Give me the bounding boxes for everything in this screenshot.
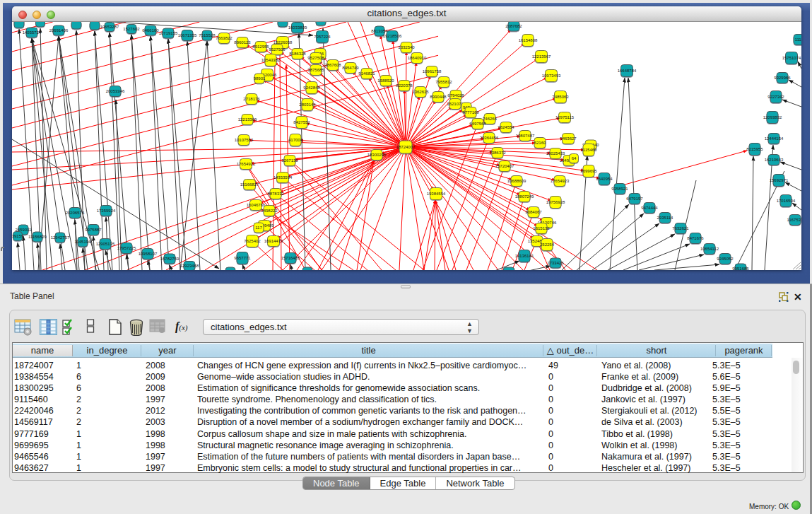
svg-text:10025433: 10025433: [546, 151, 565, 156]
svg-text:64: 64: [572, 156, 577, 160]
svg-text:17359924: 17359924: [97, 209, 116, 213]
svg-text:9975887: 9975887: [85, 228, 102, 232]
svg-text:20691406: 20691406: [49, 28, 69, 33]
svg-text:3498222: 3498222: [261, 209, 278, 213]
svg-text:9777169: 9777169: [462, 110, 479, 115]
svg-text:18640910: 18640910: [408, 56, 427, 60]
svg-text:1332540: 1332540: [398, 45, 415, 49]
svg-text:9474444: 9474444: [641, 206, 658, 210]
svg-text:252254: 252254: [540, 243, 555, 247]
svg-text:10973493: 10973493: [542, 74, 561, 78]
svg-text:1527602: 1527602: [123, 27, 140, 31]
svg-text:17654923: 17654923: [551, 179, 570, 183]
svg-text:98901: 98901: [254, 76, 266, 81]
svg-text:3875685: 3875685: [307, 68, 324, 72]
svg-text:6466160: 6466160: [142, 28, 159, 33]
svg-text:14055724: 14055724: [23, 30, 42, 35]
svg-text:7955812: 7955812: [435, 80, 452, 84]
svg-text:7663822: 7663822: [216, 36, 233, 40]
svg-text:20364456: 20364456: [480, 136, 499, 140]
svg-text:17654922: 17654922: [237, 162, 256, 166]
svg-text:18300295: 18300295: [367, 153, 387, 157]
svg-text:18724007: 18724007: [396, 145, 416, 149]
svg-text:3267130: 3267130: [281, 158, 298, 163]
svg-text:12444154: 12444154: [765, 136, 784, 141]
svg-text:15166827: 15166827: [240, 182, 259, 187]
svg-text:1615132: 1615132: [533, 226, 550, 230]
svg-text:8427552: 8427552: [293, 120, 310, 124]
svg-text:10961758: 10961758: [423, 69, 442, 74]
svg-text:9657771: 9657771: [234, 256, 251, 260]
svg-text:9146821: 9146821: [358, 71, 375, 76]
svg-text:20206576: 20206576: [66, 211, 85, 215]
svg-text:9527508: 9527508: [307, 56, 324, 60]
svg-text:16782759: 16782759: [160, 257, 180, 261]
svg-text:8990448: 8990448: [430, 95, 447, 99]
svg-text:2087682: 2087682: [505, 24, 522, 28]
svg-text:15751074: 15751074: [782, 56, 801, 60]
svg-text:10688609: 10688609: [507, 179, 526, 183]
svg-text:2803144: 2803144: [299, 103, 316, 107]
svg-text:15720407: 15720407: [495, 164, 514, 168]
svg-text:9527506: 9527506: [269, 47, 286, 52]
svg-text:19384554: 19384554: [427, 192, 446, 196]
svg-text:7632621: 7632621: [672, 226, 689, 230]
svg-text:8186328: 8186328: [289, 52, 306, 56]
svg-text:9084067: 9084067: [525, 210, 542, 214]
svg-text:12213967: 12213967: [532, 54, 551, 59]
svg-text:20053346: 20053346: [106, 89, 125, 93]
svg-text:19756928: 19756928: [546, 200, 565, 204]
svg-text:18807249: 18807249: [515, 194, 534, 199]
svg-text:39159: 39159: [12, 234, 24, 238]
svg-text:10653287: 10653287: [100, 25, 119, 29]
svg-text:417004: 417004: [288, 138, 303, 142]
svg-text:6794028: 6794028: [447, 93, 464, 98]
svg-text:12942757: 12942757: [51, 235, 70, 240]
svg-text:1640954: 1640954: [596, 177, 613, 181]
svg-text:11156829: 11156829: [28, 235, 47, 239]
svg-text:8878332: 8878332: [267, 192, 284, 196]
svg-text:15692971: 15692971: [770, 178, 789, 182]
svg-text:8960123: 8960123: [234, 40, 251, 45]
svg-text:7625402: 7625402: [244, 239, 261, 243]
svg-text:12905135: 12905135: [96, 242, 115, 246]
svg-text:6479197: 6479197: [626, 197, 643, 201]
svg-text:16046766: 16046766: [247, 203, 266, 207]
svg-text:1733426: 1733426: [547, 261, 564, 265]
svg-text:8454749: 8454749: [342, 66, 359, 70]
svg-text:9463627: 9463627: [560, 136, 577, 141]
svg-text:14136141: 14136141: [515, 254, 534, 258]
svg-text:16914479: 16914479: [264, 239, 283, 243]
svg-text:8215955: 8215955: [746, 147, 763, 151]
svg-text:10958107: 10958107: [139, 252, 158, 256]
svg-text:6497568: 6497568: [469, 122, 486, 126]
svg-text:15716485: 15716485: [281, 256, 300, 260]
svg-text:10807487: 10807487: [516, 134, 535, 138]
svg-text:1167533: 1167533: [787, 218, 801, 222]
svg-text:16033809: 16033809: [288, 25, 307, 30]
svg-text:14353594: 14353594: [273, 175, 293, 180]
svg-text:7515528: 7515528: [199, 33, 216, 37]
svg-text:9329966: 9329966: [774, 76, 791, 80]
svg-text:2867608: 2867608: [324, 63, 341, 67]
svg-text:12093832: 12093832: [763, 115, 782, 119]
svg-text:10107554: 10107554: [235, 138, 254, 142]
svg-text:1112: 1112: [795, 37, 801, 42]
svg-text:16210643: 16210643: [765, 158, 784, 162]
svg-text:16648784: 16648784: [618, 69, 637, 73]
svg-text:746266: 746266: [483, 117, 498, 121]
svg-text:3624554: 3624554: [498, 125, 514, 129]
svg-text:9699695: 9699695: [580, 169, 597, 173]
svg-text:8912955: 8912955: [252, 45, 269, 49]
svg-text:117: 117: [255, 226, 262, 230]
svg-text:10719155: 10719155: [159, 31, 178, 35]
svg-text:16154808: 16154808: [519, 38, 538, 42]
svg-text:8471676: 8471676: [687, 236, 704, 240]
svg-text:1588520: 1588520: [377, 78, 394, 83]
svg-text:2935114: 2935114: [657, 216, 674, 220]
svg-text:12975115: 12975115: [555, 115, 575, 119]
svg-text:19218506: 19218506: [383, 34, 402, 38]
svg-text:1362615: 1362615: [412, 90, 429, 94]
svg-text:7386372: 7386372: [489, 151, 506, 155]
svg-text:17957225: 17957225: [117, 246, 136, 250]
